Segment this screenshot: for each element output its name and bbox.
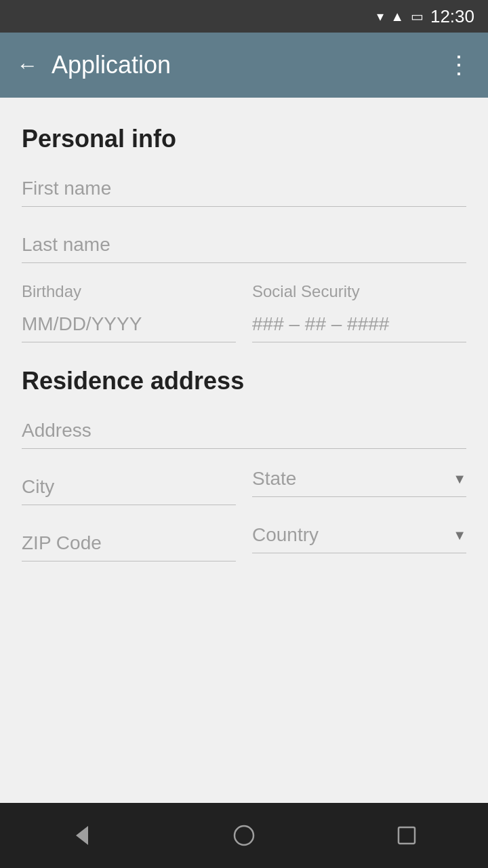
first-name-input[interactable] — [22, 170, 466, 207]
zip-country-row: Country ▼ — [22, 524, 466, 580]
status-icons: ▾ ▲ ▭ 12:30 — [377, 6, 474, 27]
back-button[interactable]: ← — [16, 54, 38, 76]
app-title: Application — [52, 51, 171, 79]
app-bar: ← Application ⋮ — [0, 33, 488, 98]
personal-info-section: Personal info Birthday Social Security — [22, 125, 466, 361]
app-bar-left: ← Application — [16, 51, 171, 79]
nav-home-button[interactable] — [217, 808, 271, 863]
svg-rect-2 — [399, 827, 415, 844]
status-time: 12:30 — [430, 6, 474, 27]
city-col — [22, 468, 236, 524]
nav-back-button[interactable] — [54, 808, 108, 863]
country-dropdown-arrow: ▼ — [453, 528, 466, 543]
main-content: Personal info Birthday Social Security R… — [0, 98, 488, 803]
city-state-row: State ▼ — [22, 468, 466, 524]
state-col: State ▼ — [252, 468, 466, 524]
svg-marker-0 — [76, 826, 88, 845]
signal-icon: ▲ — [390, 9, 404, 24]
birthday-label: Birthday — [22, 282, 236, 301]
zip-col — [22, 524, 236, 580]
country-dropdown[interactable]: Country ▼ — [252, 524, 466, 553]
status-bar: ▾ ▲ ▭ 12:30 — [0, 0, 488, 33]
social-security-label: Social Security — [252, 282, 466, 301]
country-label: Country — [252, 524, 319, 546]
state-dropdown[interactable]: State ▼ — [252, 468, 466, 497]
last-name-input[interactable] — [22, 226, 466, 263]
city-input[interactable] — [22, 468, 236, 505]
nav-home-icon — [232, 823, 256, 848]
birthday-social-row: Birthday Social Security — [22, 282, 466, 361]
residence-address-section: Residence address State ▼ Country — [22, 367, 466, 580]
birthday-col: Birthday — [22, 282, 236, 361]
state-dropdown-arrow: ▼ — [453, 471, 466, 487]
country-col: Country ▼ — [252, 524, 466, 580]
nav-recent-icon — [394, 823, 419, 848]
birthday-input[interactable] — [22, 305, 236, 342]
personal-info-title: Personal info — [22, 125, 466, 153]
zip-input[interactable] — [22, 524, 236, 561]
nav-recent-button[interactable] — [380, 808, 434, 863]
wifi-icon: ▾ — [377, 8, 384, 24]
social-security-input[interactable] — [252, 305, 466, 342]
state-label: State — [252, 468, 296, 490]
residence-address-title: Residence address — [22, 367, 466, 395]
nav-back-icon — [69, 823, 94, 848]
battery-icon: ▭ — [411, 8, 424, 24]
social-security-col: Social Security — [252, 282, 466, 361]
bottom-nav — [0, 803, 488, 868]
address-input[interactable] — [22, 412, 466, 449]
more-options-button[interactable]: ⋮ — [447, 51, 472, 79]
svg-point-1 — [235, 826, 253, 845]
